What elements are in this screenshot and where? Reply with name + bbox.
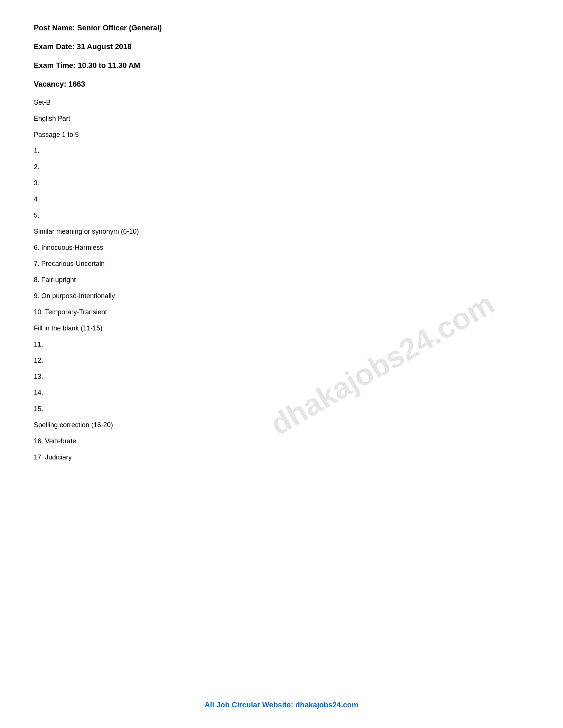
passage-item-5: 5. bbox=[34, 210, 529, 221]
synonym-item-3: 8. Fair-upright bbox=[34, 275, 529, 285]
exam-date: Exam Date: 31 August 2018 bbox=[34, 41, 529, 52]
content: Post Name: Senior Officer (General) Exam… bbox=[34, 23, 529, 462]
fill-section-title: Fill in the blank (11-15) bbox=[34, 323, 529, 333]
section-label: English Part bbox=[34, 114, 529, 124]
synonym-item-1: 6. Innocuous-Harmless bbox=[34, 243, 529, 253]
set-label: Set-B bbox=[34, 98, 529, 108]
post-name: Post Name: Senior Officer (General) bbox=[34, 23, 529, 33]
fill-item-3: 13. bbox=[34, 372, 529, 382]
spelling-item-1: 16. Vertebrate bbox=[34, 436, 529, 446]
synonym-section-title: Similar meaning or synonym (6-10) bbox=[34, 227, 529, 237]
exam-time: Exam Time: 10.30 to 11.30 AM bbox=[34, 60, 529, 71]
passage-item-4: 4. bbox=[34, 194, 529, 204]
spelling-section-title: Spelling correction (16-20) bbox=[34, 420, 529, 430]
passage-range: Passage 1 to 5 bbox=[34, 130, 529, 140]
footer-text: All Job Circular Website: dhakajobs24.co… bbox=[0, 701, 563, 709]
fill-item-4: 14. bbox=[34, 388, 529, 398]
fill-item-5: 15. bbox=[34, 404, 529, 414]
synonym-item-5: 10. Temporary-Transient bbox=[34, 307, 529, 317]
passage-item-2: 2. bbox=[34, 162, 529, 172]
synonym-item-2: 7. Precarious-Uncertain bbox=[34, 259, 529, 269]
passage-item-1: 1. bbox=[34, 146, 529, 156]
vacancy: Vacancy: 1663 bbox=[34, 79, 529, 89]
fill-item-1: 11. bbox=[34, 339, 529, 350]
passage-item-3: 3. bbox=[34, 178, 529, 188]
page-container: dhakajobs24.com Post Name: Senior Office… bbox=[0, 0, 563, 728]
fill-item-2: 12. bbox=[34, 356, 529, 366]
spelling-item-2: 17. Judiciary bbox=[34, 452, 529, 462]
synonym-item-4: 9. On purpose-Intentionally bbox=[34, 291, 529, 301]
